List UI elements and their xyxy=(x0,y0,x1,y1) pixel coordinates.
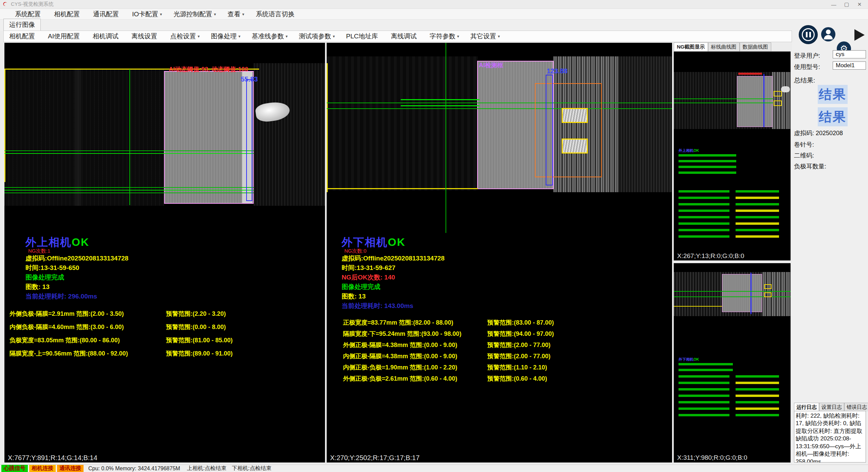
mini-scene xyxy=(674,272,791,316)
status-bar: 心跳信号 相机连接 通讯连接 Cpu: 0.0% Memory: 3424.41… xyxy=(0,465,868,472)
maximize-button[interactable]: ▢ xyxy=(840,0,853,9)
measurement-row: 外侧正极-隔膜=4.38mm 范围:(0.00 - 9.00)预警范围:(2.0… xyxy=(343,341,669,352)
yellow-detect-box xyxy=(562,108,588,123)
tab-run-image[interactable]: 运行图像 xyxy=(3,19,41,31)
login-user-label: 登录用户: xyxy=(794,52,820,60)
login-user-field[interactable]: cys xyxy=(833,50,866,58)
measure-line xyxy=(4,190,254,190)
mini-text-column xyxy=(679,375,729,417)
tool-offline-debug[interactable]: 离线调试 xyxy=(391,32,418,41)
mini-green-line xyxy=(674,103,773,103)
menu-light-control-config[interactable]: 光源控制配置▾ xyxy=(174,10,216,19)
roll-pin-label: 卷针号: xyxy=(794,141,814,149)
menu-view[interactable]: 查看▾ xyxy=(228,10,244,19)
tool-baseline-params[interactable]: 基准线参数▾ xyxy=(252,32,288,41)
ng-thumbnail-upper[interactable]: 外上相机OK xyxy=(674,52,791,252)
upper-camera-status: 上相机:点检结束 xyxy=(187,465,226,472)
mini-electrode xyxy=(737,76,772,127)
process-done-text: 图像处理完成 xyxy=(25,273,64,282)
pause-icon xyxy=(802,28,815,41)
tab-line-curve[interactable]: 标线曲线图 xyxy=(708,42,740,51)
tool-ai-use-config[interactable]: AI使用配置 xyxy=(48,32,82,41)
run-arrow-button[interactable] xyxy=(854,29,865,41)
tool-image-processing[interactable]: 图像处理▾ xyxy=(211,32,240,41)
tool-spotcheck-setting[interactable]: 点检设置▾ xyxy=(170,32,200,41)
menu-io-card-config[interactable]: IO卡配置▾ xyxy=(132,10,162,19)
user-icon xyxy=(826,30,831,34)
measure-value: 123.88 xyxy=(547,67,567,75)
mini-green-line xyxy=(674,291,791,292)
result-box-upper: 结果 xyxy=(818,85,848,104)
mini-foil-clamp xyxy=(781,86,790,92)
tab-data-curve[interactable]: 数据曲线图 xyxy=(740,42,771,51)
mini-green-line xyxy=(674,98,773,99)
lower-camera-status: 下相机:点检结束 xyxy=(232,465,271,472)
time-text: 时间:13-31-59-650 xyxy=(25,264,79,272)
machine-texture xyxy=(254,63,325,206)
tool-test-item-params[interactable]: 测试项参数▾ xyxy=(299,32,335,41)
mini-yellow-box xyxy=(764,292,772,297)
menu-system-config[interactable]: 系统配置 xyxy=(15,10,42,19)
mini-camera-title: 外下相机OK xyxy=(679,357,699,362)
comm-link-indicator: 通讯连接 xyxy=(57,465,84,472)
measurement-row: 内侧负极-隔膜=4.60mm 范围:(3.00 - 6.00)预警范围:(0.0… xyxy=(10,323,322,336)
yellow-detect-box xyxy=(562,139,588,153)
elapsed-text: 当前处理耗时: 296.00ms xyxy=(25,292,97,301)
pause-button[interactable] xyxy=(799,25,818,44)
tool-other-settings[interactable]: 其它设置▾ xyxy=(470,32,500,41)
menu-comm-config[interactable]: 通讯配置 xyxy=(93,10,121,19)
mini-yellow-box xyxy=(764,284,772,289)
ai-threshold-text: AI动态阈值:93, 动态阈值:100 xyxy=(169,65,248,73)
left-camera-coords: X:7677;Y:891;R:14;G:14;B:14 xyxy=(4,453,325,462)
mini-blue-line xyxy=(763,74,764,127)
user-button[interactable] xyxy=(821,27,835,41)
measure-line-vertical xyxy=(446,43,446,233)
tab-ng-display[interactable]: NG截图显示 xyxy=(674,42,708,51)
ng-ok-count-text: NG后OK次数: 140 xyxy=(342,273,395,282)
mini-blue-line xyxy=(751,273,752,314)
measurement-row: 外侧正极-负极=2.61mm 范围:(0.60 - 4.00)预警范围:(0.6… xyxy=(343,375,669,386)
model-field[interactable]: Model1 xyxy=(833,61,866,70)
machine-texture xyxy=(4,69,164,206)
tool-camera-config[interactable]: 相机配置 xyxy=(9,32,37,41)
measure-line-short xyxy=(401,99,480,100)
menu-language-switch[interactable]: 系统语言切换 xyxy=(256,10,296,19)
thumbnail-lower-coords: X:311;Y:980;R:0;G:0;B:0 xyxy=(674,453,791,462)
measure-line-vertical xyxy=(129,69,130,205)
mini-camera-title: 外上相机OK xyxy=(679,148,699,153)
qr-code-label: 二维码: xyxy=(794,151,814,160)
virtual-code-label: 虚拟码: 20250208 xyxy=(794,129,843,137)
mini-scene xyxy=(674,72,791,129)
mini-text-column xyxy=(736,375,779,417)
ng-thumbnail-lower[interactable]: 外下相机OK xyxy=(674,263,791,453)
measurement-list: 正极宽度=83.77mm 范围:(82.00 - 88.00)预警范围:(83.… xyxy=(343,319,669,386)
tab-setting-log[interactable]: 设置日志 xyxy=(819,403,844,412)
right-camera-coords: X:270;Y:2502;R:17;G:17;B:17 xyxy=(327,453,672,462)
measurement-row: 正极宽度=83.77mm 范围:(82.00 - 88.00)预警范围:(83.… xyxy=(343,319,669,330)
minimize-button[interactable]: — xyxy=(827,0,840,9)
result-box-lower: 结果 xyxy=(818,107,848,126)
measure-line xyxy=(327,108,672,109)
tool-offline-setting[interactable]: 离线设置 xyxy=(131,32,159,41)
menu-camera-config[interactable]: 相机配置 xyxy=(54,10,82,19)
measurement-row: 内侧正极-隔膜=4.38mm 范围:(0.00 - 9.00)预警范围:(2.0… xyxy=(343,352,669,363)
measurement-row: 隔膜宽度-下=95.24mm 范围:(93.00 - 98.00)预警范围:(9… xyxy=(343,330,669,341)
tool-char-params[interactable]: 字符参数▾ xyxy=(430,32,459,41)
measure-line xyxy=(4,193,254,193)
tab-error-log[interactable]: 错误日志 xyxy=(844,403,868,412)
tool-plc-address-lib[interactable]: PLC地址库 xyxy=(346,32,380,41)
tab-run-log[interactable]: 运行日志 xyxy=(794,403,819,412)
ng-sidebar: NG截图显示 标线曲线图 数据曲线图 外上相机OK X:267;Y:13;R:0… xyxy=(674,43,791,462)
toolbar: 相机配置 AI使用配置 相机调试 离线设置 点检设置▾ 图像处理▾ 基准线参数▾… xyxy=(3,31,792,42)
tab-count-label: 负极耳数量: xyxy=(794,162,826,170)
left-camera-view: AI动态阈值:93, 动态阈值:100 55.83 外上相机OK NG次数:1 … xyxy=(4,43,325,453)
frame-count-text: 图数: 13 xyxy=(25,283,50,291)
run-log-text: 耗时: 222, 缺陷检测耗时: 17, 缺陷分类耗时: 0, 缺陷提取分区耗时… xyxy=(794,411,866,462)
virtual-code-text: 虚拟码:Offline20250208133134728 xyxy=(342,254,445,263)
mini-green-line xyxy=(674,296,791,297)
ng-count-text: NG次数:1 xyxy=(28,248,50,254)
measurement-row: 隔膜宽度-上=90.56mm 范围:(88.00 - 92.00)预警范围:(8… xyxy=(10,349,322,363)
tool-camera-debug[interactable]: 相机调试 xyxy=(93,32,120,41)
close-button[interactable]: ✕ xyxy=(853,0,866,9)
measure-line-short xyxy=(401,105,480,106)
